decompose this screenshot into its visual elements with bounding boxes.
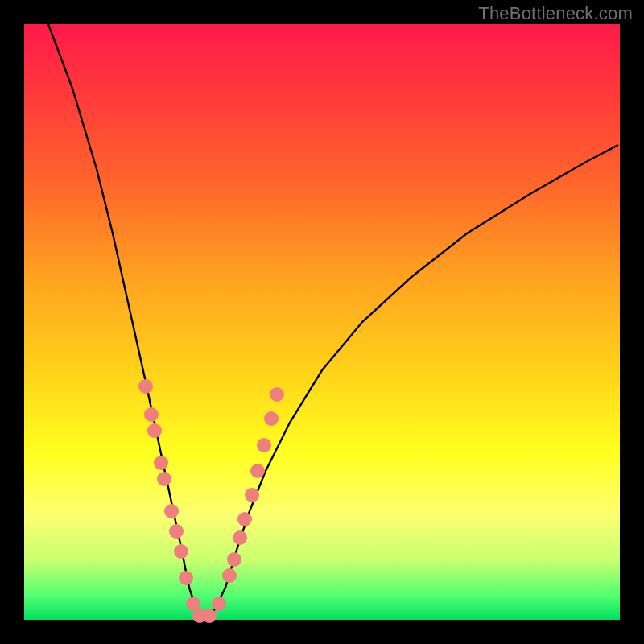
marker-dot [250,464,265,478]
chart-svg [24,24,620,620]
marker-dot [245,488,259,502]
outer-frame: TheBottleneck.com [0,0,644,644]
marker-dot [264,411,279,426]
marker-dot [222,568,237,583]
near-optimal-markers [138,379,284,623]
marker-dot [237,512,252,526]
marker-dot [147,423,162,438]
plot-area [24,24,620,620]
marker-dot [233,530,247,545]
watermark-text: TheBottleneck.com [478,3,633,24]
marker-dot [174,544,188,559]
marker-dot [257,438,271,452]
marker-dot [179,571,193,585]
marker-dot [157,472,171,486]
marker-dot [270,387,284,402]
bottleneck-curve [48,24,618,618]
marker-dot [202,609,217,623]
marker-dot [144,407,159,422]
marker-dot [212,597,226,611]
marker-dot [169,524,184,539]
marker-dot [154,456,168,470]
marker-dot [227,552,242,567]
marker-dot [164,504,179,518]
marker-dot [138,379,153,394]
